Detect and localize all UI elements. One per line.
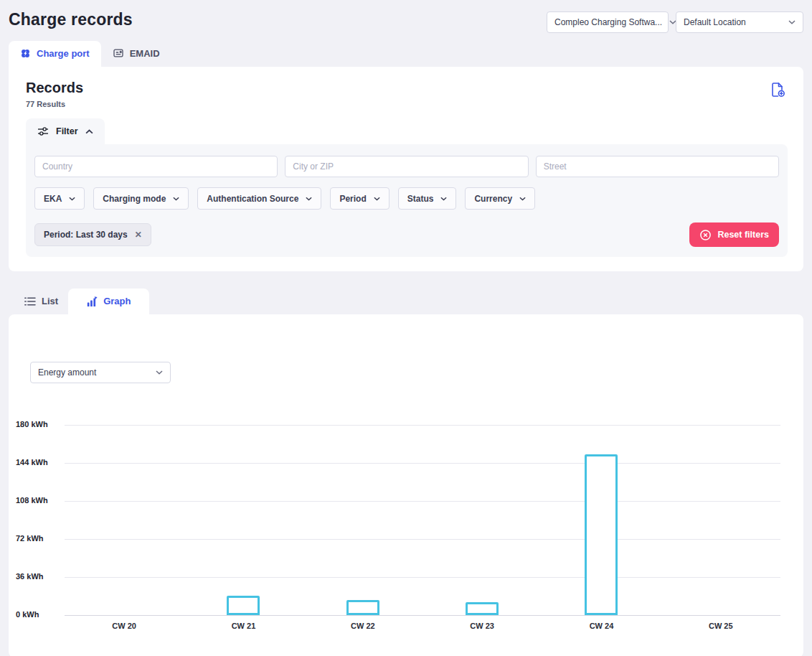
period-dropdown[interactable]: Period — [330, 187, 389, 210]
chip-close-icon[interactable]: ✕ — [135, 230, 142, 239]
authentication-source-dropdown-label: Authentication Source — [207, 194, 298, 204]
charging-mode-dropdown-label: Charging mode — [103, 194, 166, 204]
metric-select[interactable]: Energy amount — [30, 362, 171, 383]
page-header: Charge records Compleo Charging Softwa..… — [9, 0, 803, 40]
x-axis-label: CW 23 — [422, 622, 542, 630]
chart-x-axis: CW 20CW 21CW 22CW 23CW 24CW 25 — [65, 622, 780, 630]
bar-slot — [542, 425, 661, 615]
tab-charge-port[interactable]: Charge port — [9, 41, 101, 67]
bar-slot — [661, 425, 780, 615]
bar-slot — [422, 425, 542, 615]
x-axis-label: CW 24 — [542, 622, 661, 630]
chevron-down-icon — [374, 197, 380, 201]
location-select-value: Default Location — [684, 17, 746, 27]
tab-graph-label: Graph — [103, 296, 131, 306]
reset-circle-x-icon — [699, 229, 712, 241]
y-axis-label: 144 kWh — [16, 458, 60, 467]
gridline — [65, 615, 780, 616]
bar-slot — [184, 425, 303, 615]
y-axis-label: 36 kWh — [16, 572, 60, 581]
city-zip-input[interactable] — [285, 156, 528, 177]
filter-footer: Period: Last 30 days ✕ Reset filters — [34, 222, 779, 247]
active-filter-chip-label: Period: Last 30 days — [44, 230, 128, 240]
filter-inputs — [34, 156, 779, 177]
bar-cw-23 — [466, 602, 499, 615]
y-axis-label: 180 kWh — [16, 420, 60, 428]
bars-layer — [65, 425, 780, 615]
chevron-down-icon — [306, 197, 312, 201]
charging-mode-dropdown[interactable]: Charging mode — [93, 187, 189, 210]
graph-icon — [87, 296, 98, 306]
metric-select-value: Energy amount — [38, 367, 96, 378]
records-title: Records — [26, 80, 83, 96]
country-input[interactable] — [34, 156, 278, 177]
eka-dropdown[interactable]: EKA — [34, 187, 85, 210]
main-tabs: Charge port EMAID — [9, 40, 803, 67]
status-dropdown-label: Status — [407, 194, 434, 204]
location-select[interactable]: Default Location — [676, 11, 803, 33]
eka-dropdown-label: EKA — [44, 194, 62, 204]
records-title-block: Records 77 Results — [26, 80, 83, 108]
street-input[interactable] — [536, 156, 779, 177]
tab-emaid-label: EMAID — [130, 48, 160, 59]
chevron-down-icon — [69, 197, 75, 201]
page: Charge records Compleo Charging Softwa..… — [0, 0, 812, 656]
currency-dropdown-label: Currency — [474, 194, 512, 204]
x-axis-label: CW 25 — [661, 622, 780, 630]
records-card: Records 77 Results Filter — [9, 67, 803, 271]
bar-cw-24 — [585, 454, 618, 615]
y-axis-label: 72 kWh — [16, 534, 60, 543]
period-dropdown-label: Period — [339, 194, 366, 204]
bar-slot — [65, 425, 184, 615]
currency-dropdown[interactable]: Currency — [465, 187, 535, 210]
chevron-up-icon — [85, 129, 93, 134]
header-selects: Compleo Charging Softwa... Default Locat… — [547, 10, 803, 33]
bar-cw-22 — [346, 600, 379, 615]
list-icon — [24, 297, 36, 306]
chart-grid: 180 kWh144 kWh108 kWh72 kWh36 kWh0 kWh — [65, 425, 780, 615]
tenant-select-value: Compleo Charging Softwa... — [554, 17, 662, 27]
export-report-button[interactable] — [768, 80, 788, 102]
filter-label: Filter — [56, 126, 78, 136]
filter-toggle[interactable]: Filter — [26, 118, 105, 144]
graph-panel: Energy amount 180 kWh144 kWh108 kWh72 kW… — [9, 314, 803, 656]
chevron-down-icon — [173, 197, 179, 201]
chevron-down-icon — [519, 197, 526, 201]
bar-slot — [303, 425, 422, 615]
filter-panel: EKA Charging mode Authentication Source … — [26, 144, 788, 257]
x-axis-label: CW 21 — [184, 622, 303, 630]
tenant-select[interactable]: Compleo Charging Softwa... — [547, 11, 669, 33]
records-header: Records 77 Results — [26, 80, 788, 108]
tab-list-label: List — [42, 296, 58, 306]
y-axis-label: 0 kWh — [16, 610, 60, 619]
charge-port-icon — [20, 48, 31, 59]
chevron-down-icon — [440, 197, 447, 201]
x-axis-label: CW 22 — [303, 622, 422, 630]
status-dropdown[interactable]: Status — [398, 187, 457, 210]
active-filter-chip[interactable]: Period: Last 30 days ✕ — [34, 223, 151, 246]
y-axis-label: 108 kWh — [16, 496, 60, 505]
filter-sliders-icon — [37, 126, 49, 136]
chevron-down-icon — [788, 20, 796, 24]
export-report-icon — [769, 81, 786, 98]
results-count: 77 Results — [26, 100, 83, 108]
tab-emaid[interactable]: EMAID — [101, 40, 171, 67]
tab-list[interactable]: List — [14, 289, 68, 314]
view-tabs: List Graph — [9, 289, 803, 314]
bar-cw-21 — [227, 596, 260, 615]
authentication-source-dropdown[interactable]: Authentication Source — [197, 187, 321, 210]
chevron-down-icon — [156, 370, 163, 375]
tab-graph[interactable]: Graph — [68, 289, 149, 314]
tab-charge-port-label: Charge port — [37, 48, 90, 59]
emaid-icon — [113, 47, 124, 59]
reset-filters-button[interactable]: Reset filters — [689, 222, 779, 247]
filter-dropdowns: EKA Charging mode Authentication Source … — [34, 187, 779, 210]
x-axis-label: CW 20 — [65, 622, 184, 630]
reset-filters-label: Reset filters — [717, 230, 769, 240]
page-title: Charge records — [9, 10, 133, 29]
energy-amount-chart: 180 kWh144 kWh108 kWh72 kWh36 kWh0 kWh C… — [16, 425, 790, 630]
